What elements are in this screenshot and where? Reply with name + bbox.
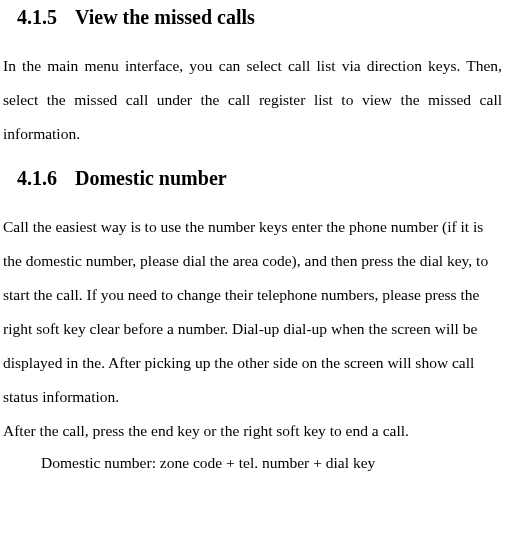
paragraph-4-1-5: In the main menu interface, you can sele… [3, 49, 502, 151]
heading-title: Domestic number [75, 167, 227, 189]
document-page: 4.1.5View the missed calls In the main m… [0, 0, 505, 476]
paragraph-4-1-6-b: After the call, press the end key or the… [3, 414, 502, 448]
note-domestic-number: Domestic number: zone code + tel. number… [41, 450, 502, 476]
heading-4-1-6: 4.1.6Domestic number [17, 167, 502, 190]
heading-number: 4.1.6 [17, 167, 57, 190]
paragraph-4-1-6-a: Call the easiest way is to use the numbe… [3, 210, 502, 414]
heading-number: 4.1.5 [17, 6, 57, 29]
heading-title: View the missed calls [75, 6, 255, 28]
heading-4-1-5: 4.1.5View the missed calls [17, 6, 502, 29]
